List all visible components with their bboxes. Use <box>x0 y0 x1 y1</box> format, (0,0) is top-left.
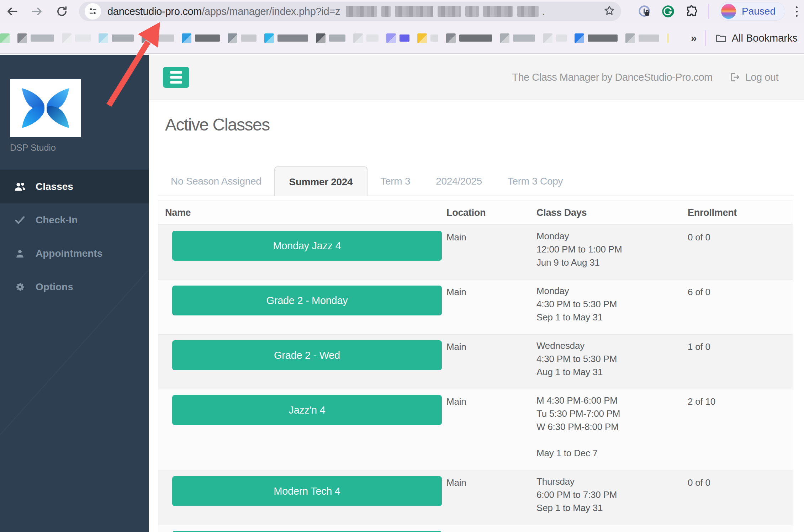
bookmark-item-redacted[interactable] <box>62 33 91 43</box>
tab-2024-2025[interactable]: 2024/2025 <box>423 176 495 196</box>
password-manager-icon[interactable] <box>638 4 652 18</box>
location-cell: Main <box>446 341 530 352</box>
bookmark-label-redacted <box>329 34 345 42</box>
extensions-area: Paused <box>638 0 804 23</box>
class-day-line: 6:00 PM to 7:30 PM <box>536 489 681 502</box>
bookmark-item-redacted[interactable] <box>264 33 308 43</box>
bookmark-item-redacted[interactable] <box>446 33 492 43</box>
bookmark-item-redacted[interactable] <box>0 33 10 43</box>
class-button-jazz-n-4[interactable]: Jazz'n 4 <box>172 395 442 425</box>
browser-toolbar: dancestudio-pro.com/apps/manager/index.p… <box>0 0 804 23</box>
all-bookmarks-button[interactable]: All Bookmarks <box>715 32 798 44</box>
bookmark-favicon <box>142 33 151 43</box>
bookmark-favicon <box>667 33 669 43</box>
extensions-puzzle-icon[interactable] <box>684 4 699 18</box>
url-blur-chunk <box>438 6 461 17</box>
screenshot-canvas: dancestudio-pro.com/apps/manager/index.p… <box>0 0 804 532</box>
bookmark-item-redacted[interactable] <box>182 33 220 43</box>
bookmark-favicon <box>543 33 552 43</box>
class-days-cell: M 4:30 PM-6:00 PMTu 5:30 PM-7:00 PMW 6:3… <box>530 395 681 461</box>
page-title: Active Classes <box>165 115 793 134</box>
content-area: Active Classes No Season AssignedSummer … <box>149 115 804 532</box>
location-cell: Main <box>446 232 530 243</box>
class-day-line <box>536 435 681 448</box>
bookmark-favicon <box>99 33 108 43</box>
tab-term-3-copy[interactable]: Term 3 Copy <box>495 176 576 196</box>
tab-no-season-assigned[interactable]: No Season Assigned <box>158 176 274 196</box>
table-row: Jazz'n 4 Main M 4:30 PM-6:00 PMTu 5:30 P… <box>158 389 793 470</box>
bookmark-item-redacted[interactable] <box>667 33 669 43</box>
profile-avatar <box>721 4 736 19</box>
bookmark-favicon <box>625 33 635 43</box>
bookmark-item-redacted[interactable] <box>625 33 659 43</box>
bookmark-item-redacted[interactable] <box>142 33 174 43</box>
all-bookmarks-label: All Bookmarks <box>732 32 798 44</box>
bookmark-item-redacted[interactable] <box>353 33 379 43</box>
url-blur-chunk <box>395 6 433 17</box>
class-button-grade-2-monday[interactable]: Grade 2 - Monday <box>172 286 442 315</box>
bookmark-label-redacted <box>400 34 409 42</box>
bookmark-item-redacted[interactable] <box>316 33 345 43</box>
class-button-grade-2-wed[interactable]: Grade 2 - Wed <box>172 340 442 370</box>
tab-term-3[interactable]: Term 3 <box>367 176 423 196</box>
table-row: Monday Jazz 4 Main Monday12:00 PM to 1:0… <box>158 225 793 280</box>
check-icon <box>12 216 28 225</box>
table-row: Grade 2 - Wed Main Wednesday4:30 PM to 5… <box>158 334 793 389</box>
bookmark-label-redacted <box>513 34 535 42</box>
bookmark-star-icon[interactable] <box>603 5 615 18</box>
table-rows: Monday Jazz 4 Main Monday12:00 PM to 1:0… <box>158 225 793 532</box>
class-day-line: Aug 1 to May 31 <box>536 367 681 380</box>
bookmark-item-redacted[interactable] <box>17 33 54 43</box>
tab-summer-2024[interactable]: Summer 2024 <box>274 166 368 196</box>
bookmark-item-redacted[interactable] <box>386 33 409 43</box>
forward-icon[interactable] <box>27 1 47 21</box>
sidebar-item-appointments[interactable]: Appointments <box>0 237 149 270</box>
hamburger-menu-button[interactable] <box>163 67 189 88</box>
class-day-line: M 4:30 PM-6:00 PM <box>536 395 681 408</box>
table-row: Tap 05 Costume Test Main Thursday6:30 PM… <box>158 525 793 532</box>
class-button-monday-jazz-4[interactable]: Monday Jazz 4 <box>172 231 442 261</box>
bookmark-label-redacted <box>155 34 174 42</box>
col-class-days: Class Days <box>530 207 681 218</box>
logout-button[interactable]: Log out <box>730 71 778 83</box>
bookmark-favicon <box>575 33 584 43</box>
overflow-chevrons-icon[interactable]: » <box>691 32 696 44</box>
bookmark-item-redacted[interactable] <box>228 33 256 43</box>
location-cell: Main <box>446 477 530 488</box>
toolbar-divider <box>708 4 709 19</box>
table-header: Name Location Class Days Enrollment <box>158 201 793 225</box>
user-icon <box>12 248 28 259</box>
sidebar-item-classes[interactable]: Classes <box>0 170 149 203</box>
bookmark-item-redacted[interactable] <box>500 33 535 43</box>
url-bar[interactable]: dancestudio-pro.com/apps/manager/index.p… <box>79 2 621 21</box>
bookmark-item-redacted[interactable] <box>99 33 134 43</box>
bookmark-favicon <box>446 33 456 43</box>
bookmarks-bar: » All Bookmarks <box>0 23 804 54</box>
bookmark-item-redacted[interactable] <box>543 33 567 43</box>
season-tabs: No Season AssignedSummer 2024Term 32024/… <box>158 166 793 196</box>
location-cell: Main <box>446 396 530 407</box>
class-day-line: May 1 to Dec 7 <box>536 448 681 461</box>
url-path: /apps/manager/index.php?id= <box>202 6 335 17</box>
back-icon[interactable] <box>2 1 22 21</box>
bookmark-item-redacted[interactable] <box>417 33 438 43</box>
class-day-line: W 6:30 PM-8:00 PM <box>536 421 681 435</box>
bookmark-label-redacted <box>556 34 567 42</box>
bookmark-label-redacted <box>112 34 134 42</box>
sidebar-item-check-in[interactable]: Check-In <box>0 203 149 237</box>
bookmark-favicon <box>500 33 509 43</box>
bookmark-item-redacted[interactable] <box>575 33 618 43</box>
reload-icon[interactable] <box>52 1 72 21</box>
bookmark-favicon <box>353 33 363 43</box>
bookmark-label-redacted <box>430 34 438 42</box>
col-location: Location <box>439 207 530 218</box>
users-icon <box>12 181 28 192</box>
site-settings-tune-icon[interactable] <box>85 3 101 20</box>
class-days-cell: Wednesday4:30 PM to 5:30 PMAug 1 to May … <box>530 340 681 380</box>
browser-menu-kebab-icon[interactable] <box>794 5 799 18</box>
grammarly-icon[interactable] <box>661 4 675 18</box>
class-button-modern-tech-4[interactable]: Modern Tech 4 <box>172 476 442 506</box>
browser-profile-chip[interactable]: Paused <box>719 2 785 21</box>
url-param: z <box>335 6 340 17</box>
bookmark-favicon <box>228 33 237 43</box>
